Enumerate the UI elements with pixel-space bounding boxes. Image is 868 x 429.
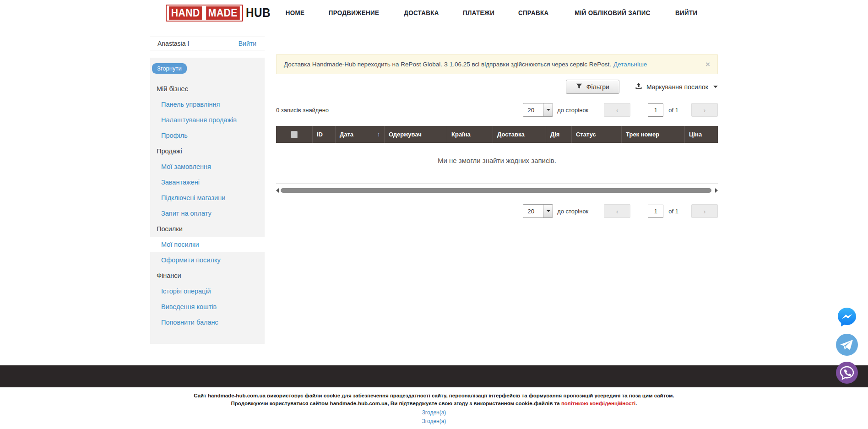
- sidebar-section-parcels: Посилки: [150, 221, 265, 237]
- page-of-label: of 1: [668, 107, 678, 114]
- per-page-label-bottom: до сторінок: [557, 208, 588, 215]
- page-number-input[interactable]: [648, 103, 663, 117]
- sidebar-section-sales: Продажі: [150, 143, 265, 159]
- column-id[interactable]: ID: [312, 126, 335, 143]
- column-price[interactable]: Ціна: [684, 126, 718, 143]
- user-name: Anastasia I: [157, 40, 189, 47]
- sidebar-item-my-parcels[interactable]: Мої посилки: [150, 237, 265, 252]
- sidebar-item-dashboard[interactable]: Панель управління: [150, 97, 265, 112]
- footer-dark-bar: [0, 365, 868, 387]
- prev-page-button-bottom[interactable]: ‹: [604, 204, 630, 218]
- sidebar-item-transaction-history[interactable]: Історія операцій: [150, 283, 265, 299]
- sidebar-item-sales-settings[interactable]: Налаштування продажів: [150, 112, 265, 128]
- table-empty-state: Ми не змогли знайти жодних записів.: [276, 143, 718, 184]
- column-date[interactable]: Дата ↑: [335, 126, 384, 143]
- cookie-notice-line1: Сайт handmade-hub.com.ua використовує фа…: [0, 392, 868, 400]
- per-page-select[interactable]: 20: [523, 103, 553, 117]
- chevron-right-icon: ›: [704, 106, 706, 114]
- collapse-sidebar-button[interactable]: Згорнути: [152, 63, 187, 74]
- cookie-agree-link-2[interactable]: Згоден(а): [0, 418, 868, 425]
- select-all-checkbox[interactable]: [291, 131, 298, 138]
- filters-button[interactable]: Фільтри: [566, 80, 619, 94]
- nav-help[interactable]: СПРАВКА: [518, 9, 549, 16]
- sidebar-item-uploaded[interactable]: Завантажені: [150, 174, 265, 190]
- scrollbar-thumb[interactable]: [281, 188, 711, 193]
- chevron-left-icon: ‹: [616, 106, 618, 114]
- page: HAND MADE HUB HOME ПРОДВИЖЕНИЕ ДОСТАВКА …: [0, 0, 868, 429]
- nav-promotion[interactable]: ПРОДВИЖЕНИЕ: [329, 9, 379, 16]
- column-action[interactable]: Дія: [546, 126, 571, 143]
- empty-message: Ми не змогли знайти жодних записів.: [438, 157, 556, 164]
- nav-delivery[interactable]: ДОСТАВКА: [404, 9, 439, 16]
- parcel-marking-label: Маркування посилок: [646, 83, 708, 91]
- scroll-right-icon[interactable]: [715, 188, 718, 193]
- toolbar: Фільтри Маркування посилок: [276, 80, 718, 94]
- nav-home[interactable]: HOME: [286, 9, 305, 16]
- social-buttons: [836, 306, 858, 384]
- scroll-left-icon[interactable]: [276, 188, 279, 193]
- sort-asc-icon[interactable]: ↑: [374, 131, 380, 138]
- per-page-value-bottom: 20: [523, 205, 543, 217]
- sidebar-item-my-orders[interactable]: Мої замовлення: [150, 159, 265, 174]
- sidebar-menu: Мій бізнес Панель управління Налаштуванн…: [150, 81, 265, 330]
- sidebar-item-connected-shops[interactable]: Підключені магазини: [150, 190, 265, 206]
- column-recipient[interactable]: Одержувач: [384, 126, 447, 143]
- sidebar-panel: Згорнути Мій бізнес Панель управління На…: [150, 58, 265, 344]
- select-caret-icon-bottom: [543, 205, 553, 217]
- upload-icon: [635, 82, 642, 91]
- sidebar-item-profile[interactable]: Профіль: [150, 128, 265, 143]
- sidebar: Anastasia I Вийти Згорнути Мій бізнес Па…: [150, 26, 265, 344]
- nav-my-account[interactable]: МІЙ ОБЛІКОВИЙ ЗАПИС: [575, 9, 650, 16]
- logo-hand: HAND: [169, 6, 202, 20]
- messenger-icon[interactable]: [836, 306, 858, 328]
- cookie-notice-line2: Продовжуючи користуватися сайтом handmad…: [0, 400, 868, 407]
- scrollbar-track[interactable]: [281, 188, 713, 193]
- sidebar-section-finance: Фінанси: [150, 268, 265, 283]
- pagination-bottom: 20 до сторінок ‹ of 1 ›: [523, 204, 718, 218]
- filters-button-label: Фільтри: [586, 83, 609, 91]
- main-nav: HOME ПРОДВИЖЕНИЕ ДОСТАВКА ПЛАТЕЖИ СПРАВК…: [285, 9, 718, 16]
- per-page-value: 20: [523, 103, 543, 116]
- nav-payments[interactable]: ПЛАТЕЖИ: [463, 9, 494, 16]
- viber-icon[interactable]: [836, 362, 858, 384]
- page-of-label-bottom: of 1: [668, 208, 678, 215]
- banner-close-icon[interactable]: ×: [705, 60, 710, 68]
- user-panel: Anastasia I Вийти: [150, 37, 265, 50]
- pagination-bottom-row: 20 до сторінок ‹ of 1 ›: [276, 204, 718, 218]
- table-header: ID Дата ↑ Одержувач Країна Доставка Дія …: [276, 126, 718, 143]
- results-row: 0 записів знайдено 20 до сторінок ‹ of 1…: [276, 103, 718, 117]
- sidebar-item-create-parcel[interactable]: Оформити посилку: [150, 252, 265, 268]
- logout-link[interactable]: Вийти: [239, 40, 256, 47]
- banner-details-link[interactable]: Детальніше: [613, 61, 647, 68]
- column-status[interactable]: Статус: [571, 126, 621, 143]
- column-country[interactable]: Країна: [447, 126, 493, 143]
- chevron-right-icon-bottom: ›: [704, 207, 706, 215]
- chevron-left-icon-bottom: ‹: [616, 207, 618, 215]
- per-page-select-bottom[interactable]: 20: [523, 204, 553, 218]
- page-number-input-bottom[interactable]: [648, 205, 663, 218]
- sidebar-item-withdraw-funds[interactable]: Виведення коштів: [150, 299, 265, 315]
- sidebar-item-payment-request[interactable]: Запит на оплату: [150, 206, 265, 221]
- cookie-agree-link-1[interactable]: Згоден(а): [0, 409, 868, 416]
- pagination-top: 20 до сторінок ‹ of 1 ›: [523, 103, 718, 117]
- site-logo[interactable]: HAND MADE HUB: [166, 5, 272, 22]
- top-header: HAND MADE HUB HOME ПРОДВИЖЕНИЕ ДОСТАВКА …: [0, 0, 868, 26]
- next-page-button-bottom[interactable]: ›: [691, 204, 718, 218]
- privacy-policy-link[interactable]: політикою конфіденційності: [561, 401, 635, 406]
- banner-text: Доставка Handmade-Hub переходить на RePo…: [284, 61, 611, 68]
- sidebar-item-top-up-balance[interactable]: Поповнити баланс: [150, 315, 265, 330]
- telegram-icon[interactable]: [836, 334, 858, 356]
- records-count: 0 записів знайдено: [276, 107, 329, 114]
- logo-made: MADE: [206, 6, 240, 20]
- nav-logout[interactable]: ВИЙТИ: [675, 9, 697, 16]
- funnel-icon: [576, 83, 582, 91]
- next-page-button[interactable]: ›: [691, 103, 718, 117]
- chevron-down-icon: [713, 86, 718, 88]
- column-delivery[interactable]: Доставка: [493, 126, 546, 143]
- prev-page-button[interactable]: ‹: [604, 103, 630, 117]
- content-area: Anastasia I Вийти Згорнути Мій бізнес Па…: [150, 26, 718, 344]
- sidebar-section-my-business: Мій бізнес: [150, 81, 265, 97]
- parcel-marking-dropdown[interactable]: Маркування посилок: [635, 82, 718, 91]
- column-track-number[interactable]: Трек номер: [621, 126, 684, 143]
- main-content: Доставка Handmade-Hub переходить на RePo…: [276, 54, 718, 344]
